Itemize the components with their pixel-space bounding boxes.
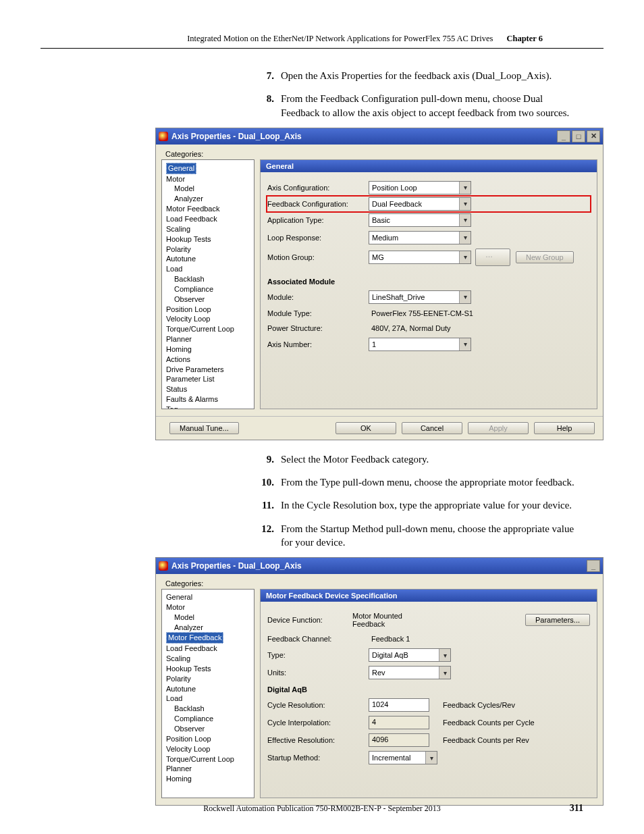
motion-group-select[interactable]: MG xyxy=(369,251,471,264)
tree-item[interactable]: Model xyxy=(165,184,252,194)
tree-item[interactable]: Compliance xyxy=(165,284,252,294)
tree-item[interactable]: Planner xyxy=(165,334,252,344)
tree-item[interactable]: Load xyxy=(165,264,252,274)
tree-item[interactable]: Planner xyxy=(165,764,252,774)
tree-item[interactable]: Observer xyxy=(165,724,252,734)
window-title: Axis Properties - Dual_Loop_Axis xyxy=(171,561,302,571)
tree-item[interactable]: Motor xyxy=(165,174,252,184)
chevron-down-icon[interactable] xyxy=(425,752,437,764)
close-button[interactable]: ✕ xyxy=(587,130,600,142)
categories-tree[interactable]: GeneralMotorModelAnalyzerMotor FeedbackL… xyxy=(161,589,254,798)
step-text: From the Feedback Configuration pull-dow… xyxy=(281,92,583,120)
tree-item[interactable]: Analyzer xyxy=(165,194,252,204)
module-select[interactable]: LineShaft_Drive xyxy=(369,290,471,304)
minimize-button[interactable]: _ xyxy=(587,560,600,572)
tree-item[interactable]: Actions xyxy=(165,355,252,365)
step-9: 9. Select the Motor Feedback category. xyxy=(257,452,583,466)
tree-item[interactable]: Polarity xyxy=(165,244,252,255)
cycle-resolution-label: Cycle Resolution: xyxy=(267,701,369,709)
digital-aqb-heading: Digital AqB xyxy=(267,685,590,694)
tree-item[interactable]: Backlash xyxy=(165,704,252,714)
chevron-down-icon[interactable] xyxy=(459,182,471,194)
tree-item[interactable]: Load Feedback xyxy=(165,644,252,654)
feedback-config-select[interactable]: Dual Feedback xyxy=(369,197,471,211)
help-button[interactable]: Help xyxy=(534,422,595,434)
tree-item[interactable]: Scaling xyxy=(165,654,252,664)
tree-item[interactable]: Torque/Current Loop xyxy=(165,754,252,764)
tree-item[interactable]: Observer xyxy=(165,294,252,305)
feedback-channel-label: Feedback Channel: xyxy=(267,635,369,643)
parameters-button[interactable]: Parameters... xyxy=(525,614,590,626)
tree-item[interactable]: Drive Parameters xyxy=(165,365,252,375)
axis-number-label: Axis Number: xyxy=(267,340,369,348)
ellipsis-button: … xyxy=(475,249,510,266)
tree-item[interactable]: Backlash xyxy=(165,274,252,284)
chevron-down-icon[interactable] xyxy=(439,649,450,661)
tree-item[interactable]: Parameter List xyxy=(165,374,252,384)
chevron-down-icon[interactable] xyxy=(459,291,471,303)
cycle-resolution-input[interactable]: 1024 xyxy=(369,698,429,712)
categories-tree[interactable]: GeneralMotorModelAnalyzerMotor FeedbackL… xyxy=(161,159,254,409)
tree-item[interactable]: Motor xyxy=(165,602,252,613)
startup-method-select[interactable]: Incremental xyxy=(369,751,437,764)
step-7: 7. Open the Axis Properties for the feed… xyxy=(257,69,583,82)
loop-response-select[interactable]: Medium xyxy=(369,231,471,244)
tree-item[interactable]: Load Feedback xyxy=(165,214,252,224)
page-header: Integrated Motion on the EtherNet/IP Net… xyxy=(41,0,603,49)
titlebar: Axis Properties - Dual_Loop_Axis _ □ ✕ xyxy=(156,128,603,145)
tree-item[interactable]: Motor Feedback xyxy=(165,204,252,214)
minimize-button[interactable]: _ xyxy=(557,130,570,142)
tree-item[interactable]: Tag xyxy=(165,405,252,409)
tree-item[interactable]: Hookup Tests xyxy=(165,234,252,244)
chevron-down-icon[interactable] xyxy=(439,667,450,679)
step-text: From the Type pull-down menu, choose the… xyxy=(281,475,583,489)
tree-item[interactable]: Homing xyxy=(165,774,252,784)
chevron-down-icon[interactable] xyxy=(459,232,471,244)
app-icon xyxy=(159,132,168,141)
units-select[interactable]: Rev xyxy=(369,666,451,679)
tree-item[interactable]: Torque/Current Loop xyxy=(165,324,252,334)
axis-properties-dialog-motor-feedback: Axis Properties - Dual_Loop_Axis _ Categ… xyxy=(155,557,603,806)
tree-item[interactable]: Load xyxy=(165,694,252,704)
tree-item[interactable]: Autotune xyxy=(165,254,252,264)
step-8: 8. From the Feedback Configuration pull-… xyxy=(257,92,583,120)
tree-item[interactable]: Scaling xyxy=(165,224,252,234)
tree-item[interactable]: Velocity Loop xyxy=(165,744,252,754)
application-type-select[interactable]: Basic xyxy=(369,213,471,227)
step-text: From the Startup Method pull-down menu, … xyxy=(281,522,583,550)
tree-item[interactable]: Velocity Loop xyxy=(165,314,252,324)
tree-item[interactable]: Position Loop xyxy=(165,305,252,315)
manual-tune-button[interactable]: Manual Tune... xyxy=(169,422,239,434)
chevron-down-icon[interactable] xyxy=(459,251,471,263)
tree-item[interactable]: Position Loop xyxy=(165,734,252,744)
feedback-config-label: Feedback Configuration: xyxy=(267,200,369,208)
tree-item[interactable]: Faults & Alarms xyxy=(165,394,252,405)
chevron-down-icon[interactable] xyxy=(459,338,471,350)
tree-item[interactable]: Compliance xyxy=(165,714,252,724)
tree-item[interactable]: Autotune xyxy=(165,684,252,694)
units-label: Units: xyxy=(267,669,369,677)
axis-number-select[interactable]: 1 xyxy=(369,338,471,351)
cancel-button[interactable]: Cancel xyxy=(402,422,462,434)
tree-item[interactable]: Model xyxy=(165,613,252,623)
tree-item[interactable]: Status xyxy=(165,384,252,394)
tree-item[interactable]: Polarity xyxy=(165,674,252,684)
cycle-interpolation-value: 4 xyxy=(369,716,429,729)
axis-config-select[interactable]: Position Loop xyxy=(369,181,471,194)
tree-item[interactable]: Homing xyxy=(165,344,252,355)
chevron-down-icon[interactable] xyxy=(459,198,471,210)
tree-item[interactable]: General xyxy=(165,592,252,602)
cycle-interpolation-suffix: Feedback Counts per Cycle xyxy=(443,719,535,727)
tree-item[interactable]: Hookup Tests xyxy=(165,664,252,674)
tree-item[interactable]: Motor Feedback xyxy=(165,632,252,644)
application-type-label: Application Type: xyxy=(267,216,369,224)
ok-button[interactable]: OK xyxy=(336,422,396,434)
chevron-down-icon[interactable] xyxy=(459,214,471,226)
tree-item[interactable]: Analyzer xyxy=(165,623,252,633)
type-select[interactable]: Digital AqB xyxy=(369,648,451,662)
tree-item[interactable]: General xyxy=(165,163,252,174)
maximize-button[interactable]: □ xyxy=(572,130,585,142)
step-text: In the Cycle Resolution box, type the ap… xyxy=(281,498,583,512)
step-number: 7. xyxy=(257,69,274,82)
window-title: Axis Properties - Dual_Loop_Axis xyxy=(171,132,302,141)
